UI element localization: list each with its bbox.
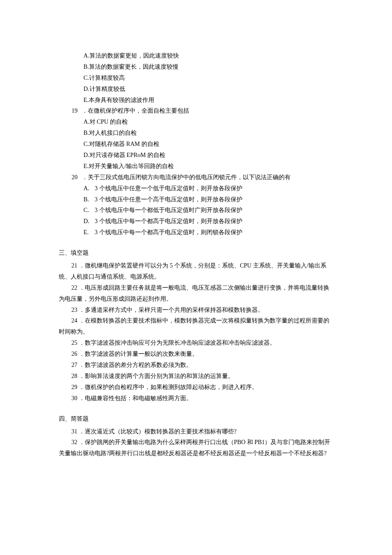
question-20: 20．关于三段式低电压闭锁方向电流保护中的低电压闭锁元件，以下说法正确的有 A.… <box>59 172 333 238</box>
q20-option-d: D.3 个线电压中每一个都高于电压定值时，则开放各段保护 <box>59 216 333 227</box>
q20-a-label: A. <box>84 183 95 194</box>
fill-28: 28 ．影响算法速度的两个方面分别为算法的和算法的运算量。 <box>59 371 333 382</box>
q20-e-text: 3 个线电压中每一个都高于电压定值时，则闭锁各段保护 <box>95 229 242 235</box>
fill-29: 29 ．微机保护的自检程序中，如果检测到故障起动标志，则进入程序。 <box>59 382 333 393</box>
fill-27: 27 ．数字滤波器的差分方程的系数必须为数。 <box>59 360 333 371</box>
q20-b-text: 3 个线电压中任意一个高于电压定值时，则开放各段保护 <box>95 196 242 203</box>
q20-option-e: E.3 个线电压中每一个都高于电压定值时，则闭锁各段保护 <box>59 227 333 238</box>
q18-option-d: D.计算精度较低 <box>59 84 333 95</box>
fill-21: 21 ．微机继电保护装置硬件可以分为 5 个系统，分别是：系统、CPU 主系统、… <box>59 260 333 282</box>
q19-option-a: A.对 CPU 的自检 <box>59 116 333 128</box>
q20-c-text: 3 个线电压中每一个都低于电压定值时广则开放各段保护 <box>95 207 242 213</box>
q20-e-label: E. <box>84 227 95 238</box>
fill-23: 23 ．多通道采样方式中，采样只需一个共用的采样保持器和模数转换器。 <box>59 305 333 316</box>
q19-option-d: D.对只读存储器 EPRoM 的自检 <box>59 150 333 161</box>
section-3-title: 三、填空题 <box>59 247 333 259</box>
q20-d-label: D. <box>84 216 95 227</box>
essay-31: 31 ．逐次逼近式（比较式）模数转换器的主要技术指标有哪些? <box>59 426 333 437</box>
fill-26: 26 ．数字滤波器的计算量一般以的次数来衡量。 <box>59 349 333 360</box>
q18-option-e: E.本身具有较强的滤波作用 <box>59 95 333 106</box>
fill-22: 22 ．电压形成回路主要任务就是将一般电流、电压互感器二次侧输出量进行变换，并将… <box>59 282 333 305</box>
q20-stem: 20．关于三段式低电压闭锁方向电流保护中的低电压闭锁元件，以下说法正确的有 <box>59 172 333 183</box>
q19-option-b: B.对人机接口的自检 <box>59 128 333 139</box>
question-18-options: A.算法的数据窗更短，因此速度较快 B.算法的数据窗更长，因此速度较慢 C.计算… <box>59 50 333 105</box>
q20-d-text: 3 个线电压中每一个都高于电压定值时，则开放各段保护 <box>95 218 242 224</box>
q19-option-e: E.对开关量输入/输出等回路的自检 <box>59 161 333 172</box>
fill-25: 25 ．数字滤波器按冲击响应可分为无限长冲击响应滤波器和冲击响应滤波器。 <box>59 337 333 349</box>
q19-number: 19 <box>72 105 82 116</box>
question-19: 19．在微机保护程序中，全面自检主要包括 A.对 CPU 的自检 B.对人机接口… <box>59 105 333 171</box>
q20-c-label: C. <box>84 205 95 216</box>
q19-stem-text: ．在微机保护程序中，全面自检主要包括 <box>82 108 189 114</box>
q20-option-a: A.3 个线电压中任意一个低于电压定值时，则开放各段保护 <box>59 183 333 194</box>
section-4-title: 四、简答题 <box>59 413 333 424</box>
essay-32: 32 ．保护跳闸的开关量输出电路为什么采样两根并行口出线（PBO 和 PB1）及… <box>59 437 333 459</box>
q20-b-label: B. <box>84 194 95 205</box>
q18-option-c: C.计算精度较高 <box>59 73 333 84</box>
q19-option-c: C.对随机存储器 RAM 的自检 <box>59 139 333 150</box>
fill-24: 24 ．在模数转换器的主要技术指标中，模数转换器完成一次将模拟量转换为数字量的过… <box>59 315 333 337</box>
q18-option-a: A.算法的数据窗更短，因此速度较快 <box>59 50 333 61</box>
q18-option-b: B.算法的数据窗更长，因此速度较慢 <box>59 61 333 73</box>
fill-30: 30 ．电磁兼容性包括：和电磁敏感性两方面。 <box>59 393 333 404</box>
q20-option-b: B.3 个线电压中任意一个高于电压定值时，则开放各段保护 <box>59 194 333 205</box>
q19-stem: 19．在微机保护程序中，全面自检主要包括 <box>59 105 333 116</box>
q20-a-text: 3 个线电压中任意一个低于电压定值时，则开放各段保护 <box>95 185 242 192</box>
q20-stem-text: ．关于三段式低电压闭锁方向电流保护中的低电压闭锁元件，以下说法正确的有 <box>82 174 291 180</box>
q20-option-c: C.3 个线电压中每一个都低于电压定值时广则开放各段保护 <box>59 205 333 216</box>
q20-number: 20 <box>72 172 82 183</box>
